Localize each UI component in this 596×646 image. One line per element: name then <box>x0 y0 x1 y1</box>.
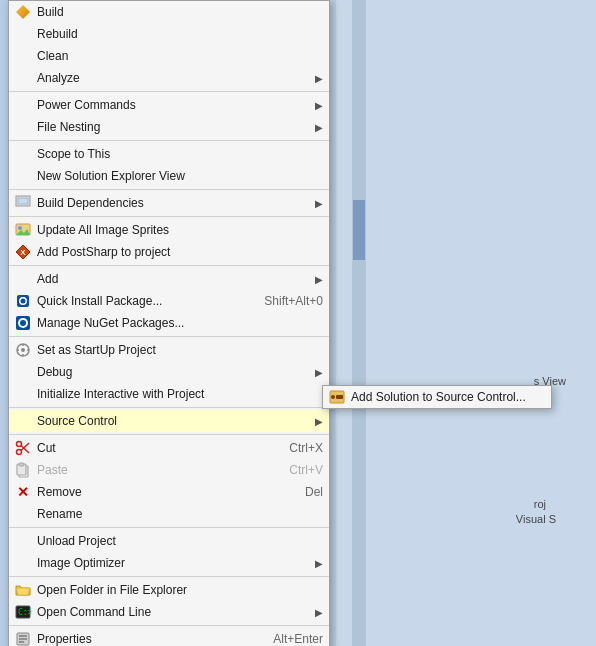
menu-item-build-deps-label: Build Dependencies <box>37 196 311 210</box>
file-nesting-arrow: ▶ <box>315 122 323 133</box>
scrollbar-thumb[interactable] <box>353 200 365 260</box>
build-icon <box>13 2 33 22</box>
context-menu: Build Rebuild Clean Analyze ▶ Power Comm… <box>8 0 330 646</box>
menu-item-add-label: Add <box>37 272 311 286</box>
sep-10 <box>9 576 329 577</box>
menu-item-debug[interactable]: Debug ▶ <box>9 361 329 383</box>
analyze-arrow: ▶ <box>315 73 323 84</box>
postsharp-icon: X <box>13 242 33 262</box>
properties-icon <box>13 629 33 646</box>
menu-item-quick-install[interactable]: Quick Install Package... Shift+Alt+0 <box>9 290 329 312</box>
svg-point-20 <box>17 442 22 447</box>
menu-item-manage-nuget[interactable]: Manage NuGet Packages... <box>9 312 329 334</box>
bg-text-3: Visual S <box>516 513 556 525</box>
menu-item-init-interactive-label: Initialize Interactive with Project <box>37 387 323 401</box>
svg-rect-1 <box>18 198 28 204</box>
bg-text-2: roj <box>534 498 546 510</box>
menu-item-build-label: Build <box>37 5 323 19</box>
menu-item-add[interactable]: Add ▶ <box>9 268 329 290</box>
menu-item-rename-label: Rename <box>37 507 323 521</box>
image-sprites-icon <box>13 220 33 240</box>
menu-item-power-commands-label: Power Commands <box>37 98 311 112</box>
menu-item-analyze-label: Analyze <box>37 71 311 85</box>
sep-3 <box>9 189 329 190</box>
open-folder-icon <box>13 580 33 600</box>
svg-rect-34 <box>336 395 343 399</box>
sep-7 <box>9 407 329 408</box>
menu-item-power-commands[interactable]: Power Commands ▶ <box>9 94 329 116</box>
svg-point-9 <box>21 299 26 304</box>
svg-text:X: X <box>20 248 26 257</box>
sep-1 <box>9 91 329 92</box>
menu-item-init-interactive[interactable]: Initialize Interactive with Project <box>9 383 329 405</box>
svg-text:C:>: C:> <box>18 608 31 617</box>
menu-item-image-optimizer-label: Image Optimizer <box>37 556 311 570</box>
menu-item-new-sol-label: New Solution Explorer View <box>37 169 323 183</box>
menu-item-build[interactable]: Build <box>9 1 329 23</box>
menu-item-source-control[interactable]: Source Control ▶ <box>9 410 329 432</box>
menu-item-open-folder[interactable]: Open Folder in File Explorer <box>9 579 329 601</box>
svg-point-12 <box>20 320 26 326</box>
startup-icon <box>13 340 33 360</box>
svg-rect-25 <box>19 463 24 466</box>
scissors-icon <box>13 438 33 458</box>
menu-item-debug-label: Debug <box>37 365 311 379</box>
menu-item-paste[interactable]: Paste Ctrl+V <box>9 459 329 481</box>
paste-shortcut: Ctrl+V <box>289 463 323 477</box>
menu-item-new-solution-explorer[interactable]: New Solution Explorer View <box>9 165 329 187</box>
svg-point-3 <box>18 226 22 230</box>
menu-item-properties-label: Properties <box>37 632 253 646</box>
sep-4 <box>9 216 329 217</box>
menu-item-clean[interactable]: Clean <box>9 45 329 67</box>
manage-nuget-icon <box>13 313 33 333</box>
build-deps-icon <box>13 193 33 213</box>
menu-item-update-sprites[interactable]: Update All Image Sprites <box>9 219 329 241</box>
menu-item-manage-nuget-label: Manage NuGet Packages... <box>37 316 323 330</box>
cut-shortcut: Ctrl+X <box>289 441 323 455</box>
sep-5 <box>9 265 329 266</box>
quick-install-shortcut: Shift+Alt+0 <box>264 294 323 308</box>
menu-item-unload[interactable]: Unload Project <box>9 530 329 552</box>
quick-install-icon <box>13 291 33 311</box>
menu-item-postsharp[interactable]: X Add PostSharp to project <box>9 241 329 263</box>
menu-item-scope-label: Scope to This <box>37 147 323 161</box>
menu-item-file-nesting[interactable]: File Nesting ▶ <box>9 116 329 138</box>
svg-point-19 <box>17 450 22 455</box>
menu-item-file-nesting-label: File Nesting <box>37 120 311 134</box>
menu-item-open-folder-label: Open Folder in File Explorer <box>37 583 323 597</box>
menu-item-cut[interactable]: Cut Ctrl+X <box>9 437 329 459</box>
menu-item-open-command-label: Open Command Line <box>37 605 311 619</box>
menu-item-analyze[interactable]: Analyze ▶ <box>9 67 329 89</box>
menu-item-clean-label: Clean <box>37 49 323 63</box>
source-control-icon <box>327 387 347 407</box>
menu-item-quick-install-label: Quick Install Package... <box>37 294 244 308</box>
menu-item-rename[interactable]: Rename <box>9 503 329 525</box>
properties-shortcut: Alt+Enter <box>273 632 323 646</box>
open-command-icon: C:> <box>13 602 33 622</box>
paste-icon <box>13 460 33 480</box>
menu-item-paste-label: Paste <box>37 463 269 477</box>
power-commands-arrow: ▶ <box>315 100 323 111</box>
svg-point-33 <box>331 395 335 399</box>
sep-6 <box>9 336 329 337</box>
sep-8 <box>9 434 329 435</box>
menu-item-image-optimizer[interactable]: Image Optimizer ▶ <box>9 552 329 574</box>
source-control-submenu: Add Solution to Source Control... <box>322 385 552 409</box>
sep-11 <box>9 625 329 626</box>
menu-item-build-deps[interactable]: Build Dependencies ▶ <box>9 192 329 214</box>
menu-item-remove[interactable]: ✕ Remove Del <box>9 481 329 503</box>
add-arrow: ▶ <box>315 274 323 285</box>
menu-item-open-command[interactable]: C:> Open Command Line ▶ <box>9 601 329 623</box>
menu-item-set-startup[interactable]: Set as StartUp Project <box>9 339 329 361</box>
add-solution-source-label: Add Solution to Source Control... <box>351 390 545 404</box>
menu-item-properties[interactable]: Properties Alt+Enter <box>9 628 329 646</box>
menu-item-add-solution-source[interactable]: Add Solution to Source Control... <box>323 386 551 408</box>
menu-item-rebuild[interactable]: Rebuild <box>9 23 329 45</box>
red-x-icon: ✕ <box>13 482 33 502</box>
menu-item-remove-label: Remove <box>37 485 285 499</box>
svg-point-14 <box>21 348 25 352</box>
menu-item-postsharp-label: Add PostSharp to project <box>37 245 323 259</box>
menu-item-scope[interactable]: Scope to This <box>9 143 329 165</box>
scrollbar[interactable] <box>352 0 366 646</box>
menu-item-rebuild-label: Rebuild <box>37 27 323 41</box>
